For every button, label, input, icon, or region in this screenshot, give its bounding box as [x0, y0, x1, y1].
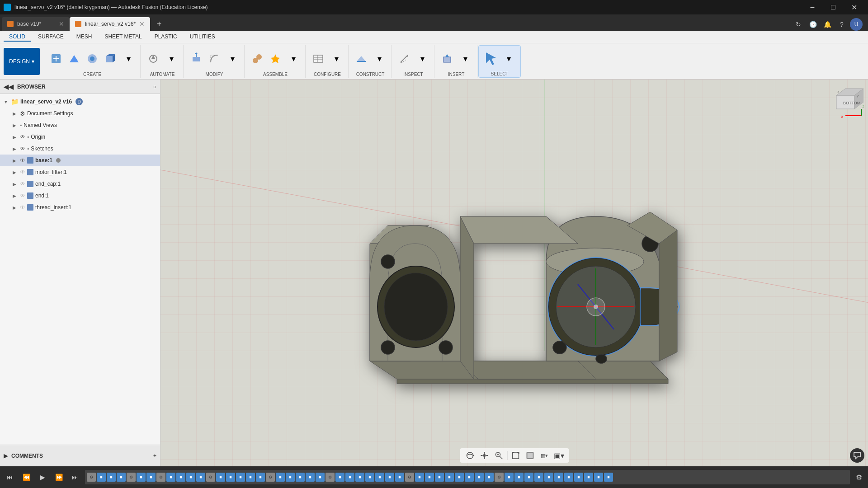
eye-icon-endcap[interactable]: 👁 — [20, 181, 25, 187]
extrude-button[interactable] — [66, 51, 82, 67]
browser-arrows[interactable]: ◀◀ — [4, 83, 14, 90]
tab-base-v19[interactable]: base v19* ✕ — [2, 17, 70, 31]
timeline-marker-8[interactable]: ⚙ — [156, 473, 165, 482]
create-more-button[interactable]: ▾ — [120, 51, 137, 67]
visual-style-button[interactable]: ▦▾ — [538, 449, 551, 462]
timeline-marker-6[interactable]: ■ — [137, 473, 146, 482]
new-tab-button[interactable]: + — [152, 17, 166, 31]
timeline-marker-36[interactable]: ■ — [435, 473, 444, 482]
timeline-marker-15[interactable]: ■ — [226, 473, 235, 482]
timeline-marker-18[interactable]: ■ — [256, 473, 265, 482]
eye-icon-origin[interactable]: 👁 — [20, 134, 25, 140]
revolve-button[interactable] — [84, 51, 100, 67]
table-button[interactable] — [310, 51, 326, 67]
inspect-more-button[interactable]: ▾ — [414, 51, 430, 67]
timeline-marker-21[interactable]: ■ — [286, 473, 295, 482]
timeline-marker-10[interactable]: ■ — [176, 473, 185, 482]
pan-button[interactable] — [478, 449, 491, 462]
view-cube[interactable]: BOTTOM X Y X Z — [827, 84, 863, 120]
timeline-marker-28[interactable]: ■ — [355, 473, 364, 482]
timeline-prev[interactable]: ⏪ — [20, 471, 33, 483]
timeline-settings-button[interactable]: ⚙ — [854, 472, 864, 483]
toolbar-tab-solid[interactable]: SOLID — [4, 33, 31, 42]
timeline-marker-27[interactable]: ■ — [345, 473, 354, 482]
timeline-marker-5[interactable]: ⚙ — [127, 473, 136, 482]
timeline-next[interactable]: ⏩ — [52, 471, 65, 483]
tree-item-thread-insert[interactable]: ▶ 👁 thread_insert:1 — [0, 202, 160, 213]
timeline-marker-48[interactable]: ■ — [554, 473, 563, 482]
timeline-marker-22[interactable]: ■ — [296, 473, 305, 482]
toolbar-tab-plastic[interactable]: PLASTIC — [149, 33, 183, 42]
timeline-marker-33[interactable]: ⚙ — [405, 473, 414, 482]
zoom-fit-button[interactable] — [509, 449, 522, 462]
chat-button[interactable] — [850, 448, 864, 463]
timeline-marker-34[interactable]: ■ — [415, 473, 424, 482]
eye-icon-thread[interactable]: 👁 — [20, 204, 25, 211]
eye-icon-motor[interactable]: 👁 — [20, 169, 25, 175]
construct-plane-button[interactable] — [353, 51, 369, 67]
eye-icon-sketches[interactable]: 👁 — [20, 145, 25, 152]
timeline-marker-45[interactable]: ■ — [524, 473, 533, 482]
timeline-play[interactable]: ▶ — [36, 471, 49, 483]
timeline-marker-13[interactable]: ⚙ — [206, 473, 215, 482]
timeline-marker-11[interactable]: ■ — [186, 473, 195, 482]
tree-item-base1[interactable]: ▶ 👁 base:1 — [0, 155, 160, 166]
timeline-marker-9[interactable]: ■ — [166, 473, 175, 482]
timeline-marker-1[interactable]: ⚙ — [87, 473, 96, 482]
timeline-marker-41[interactable]: ■ — [485, 473, 494, 482]
timeline-marker-38[interactable]: ■ — [455, 473, 464, 482]
maximize-button[interactable]: □ — [823, 0, 844, 14]
timeline-marker-46[interactable]: ■ — [534, 473, 543, 482]
minimize-button[interactable]: – — [802, 0, 823, 14]
timeline-marker-35[interactable]: ■ — [425, 473, 434, 482]
display-mode-button[interactable] — [524, 449, 536, 462]
timeline-marker-3[interactable]: ■ — [107, 473, 116, 482]
timeline-skip-end[interactable]: ⏭ — [69, 471, 81, 483]
tab-close-1[interactable]: ✕ — [59, 20, 64, 28]
toolbar-tab-sheet-metal[interactable]: SHEET METAL — [99, 33, 147, 42]
timeline-marker-53[interactable]: ■ — [604, 473, 613, 482]
timeline-marker-16[interactable]: ■ — [236, 473, 245, 482]
insert-more-button[interactable]: ▾ — [457, 51, 473, 67]
timeline-marker-43[interactable]: ■ — [505, 473, 514, 482]
automate-btn[interactable] — [145, 51, 161, 67]
toolbar-tab-mesh[interactable]: MESH — [71, 33, 98, 42]
comments-panel[interactable]: ▶ COMMENTS + — [0, 445, 160, 466]
joint-button[interactable] — [249, 51, 265, 67]
timeline-marker-26[interactable]: ■ — [335, 473, 344, 482]
tree-item-motor-lifter[interactable]: ▶ 👁 motor_lifter:1 — [0, 166, 160, 178]
timeline-marker-12[interactable]: ■ — [196, 473, 205, 482]
timeline-marker-52[interactable]: ■ — [594, 473, 603, 482]
eye-icon-end1[interactable]: 👁 — [20, 192, 25, 199]
timeline-marker-32[interactable]: ■ — [395, 473, 404, 482]
timeline-skip-start[interactable]: ⏮ — [4, 471, 16, 483]
timeline-marker-20[interactable]: ■ — [276, 473, 285, 482]
box-button[interactable] — [102, 51, 118, 67]
timeline-marker-14[interactable]: ■ — [216, 473, 225, 482]
refresh-button[interactable]: ↻ — [792, 18, 805, 31]
tree-item-origin[interactable]: ▶ 👁 ▪ Origin — [0, 131, 160, 143]
close-button[interactable]: ✕ — [844, 0, 864, 14]
profile-button[interactable]: U — [850, 18, 863, 31]
timeline-marker-40[interactable]: ■ — [475, 473, 484, 482]
tab-linear-servo[interactable]: linear_servo_v2 v16* ✕ — [70, 17, 150, 31]
timeline-marker-30[interactable]: ■ — [375, 473, 384, 482]
comments-add-button[interactable]: + — [153, 453, 156, 459]
timeline-marker-7[interactable]: ■ — [146, 473, 156, 482]
assemble-more-button[interactable]: ▾ — [285, 51, 302, 67]
configure-more-button[interactable]: ▾ — [328, 51, 344, 67]
tab-close-2[interactable]: ✕ — [139, 20, 145, 28]
notifications-button[interactable]: 🔔 — [821, 18, 834, 31]
timeline-marker-50[interactable]: ■ — [574, 473, 583, 482]
select-button[interactable] — [482, 51, 499, 67]
timeline-marker-37[interactable]: ■ — [445, 473, 454, 482]
history-button[interactable]: 🕑 — [807, 18, 819, 31]
eye-icon-base1[interactable]: 👁 — [20, 157, 25, 164]
construct-more-button[interactable]: ▾ — [371, 51, 387, 67]
insert-button[interactable] — [439, 51, 455, 67]
zoom-button[interactable] — [492, 449, 505, 462]
timeline-marker-2[interactable]: ■ — [97, 473, 106, 482]
timeline-marker-25[interactable]: ⚙ — [326, 473, 335, 482]
modify-more-button[interactable]: ▾ — [224, 51, 241, 67]
toolbar-tab-surface[interactable]: SURFACE — [33, 33, 69, 42]
